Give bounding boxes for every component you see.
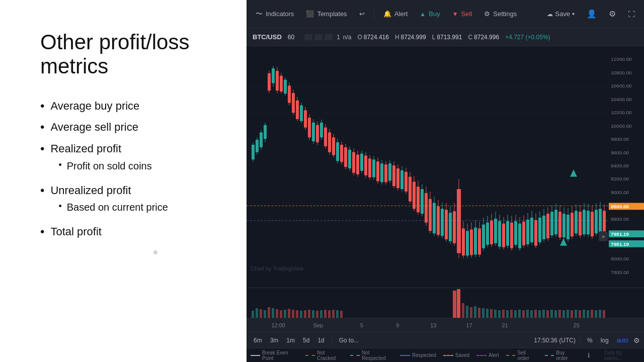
undo-button[interactable]: ↩ bbox=[354, 7, 370, 21]
svg-rect-282 bbox=[599, 310, 601, 318]
save-icon: ☁ bbox=[547, 11, 553, 18]
svg-rect-246 bbox=[453, 291, 456, 318]
timeframe-1d[interactable]: 1d bbox=[314, 336, 327, 345]
sell-button[interactable]: ▼ Sell bbox=[447, 7, 477, 21]
svg-rect-235 bbox=[300, 311, 302, 318]
expand-button[interactable]: » bbox=[599, 231, 608, 241]
alert-button[interactable]: 🔔 Alert bbox=[378, 7, 413, 21]
page-title: Other profit/lossmetrics bbox=[40, 30, 221, 79]
alert-icon: 🔔 bbox=[383, 10, 391, 18]
save-button[interactable]: ☁ Save ▾ bbox=[542, 7, 580, 21]
fullscreen-button[interactable]: ⛶ bbox=[623, 7, 640, 21]
svg-rect-232 bbox=[288, 309, 290, 318]
info-icon[interactable]: ℹ bbox=[588, 352, 590, 359]
gear-button[interactable]: ⚙ bbox=[604, 6, 621, 22]
svg-rect-244 bbox=[336, 310, 339, 318]
svg-rect-228 bbox=[272, 308, 274, 318]
candle-ctrl-3[interactable] bbox=[325, 34, 333, 40]
list-item-avg-sell: Average sell price bbox=[40, 120, 221, 135]
legend-label-6: Alert bbox=[489, 352, 499, 358]
timeframe-5d[interactable]: 5d bbox=[300, 336, 312, 345]
auto-button[interactable]: auto bbox=[614, 336, 631, 345]
svg-rect-237 bbox=[308, 310, 310, 318]
svg-rect-269 bbox=[546, 310, 549, 318]
symbol-name[interactable]: BTC/USD bbox=[253, 33, 282, 41]
legend-label-8: Buy order bbox=[556, 350, 577, 361]
price-change: +4.727 (+0.05%) bbox=[505, 34, 550, 41]
legend-dash-8 bbox=[545, 355, 554, 356]
bullet-list: Average buy price Average sell price Rea… bbox=[40, 99, 221, 247]
svg-rect-262 bbox=[518, 310, 521, 318]
svg-text:10000.00: 10000.00 bbox=[611, 123, 632, 129]
right-panel: 〜 Indicators ⬛ Templates ↩ 🔔 Alert ▲ Buy… bbox=[247, 0, 644, 362]
alert-label: Alert bbox=[394, 10, 408, 18]
timeframe-3m[interactable]: 3m bbox=[267, 336, 282, 345]
svg-rect-270 bbox=[550, 310, 553, 318]
open-price: O 8724.416 bbox=[358, 34, 389, 41]
svg-rect-257 bbox=[498, 310, 501, 318]
sub-list-label: Profit on sold coins bbox=[67, 159, 152, 172]
goto-button[interactable]: Go to... bbox=[336, 336, 362, 345]
svg-rect-252 bbox=[478, 308, 480, 318]
templates-icon: ⬛ bbox=[306, 10, 314, 18]
timeframe-6m[interactable]: 6m bbox=[251, 336, 265, 345]
svg-rect-236 bbox=[304, 310, 306, 318]
timeframe-1m[interactable]: 1m bbox=[283, 336, 298, 345]
pct-button[interactable]: % bbox=[584, 336, 596, 345]
legend-bar: Break Even Point Not Cracked Not Respect… bbox=[247, 348, 644, 362]
account-button[interactable]: 👤 bbox=[582, 6, 602, 22]
svg-rect-0 bbox=[247, 46, 644, 288]
account-icon: 👤 bbox=[587, 9, 597, 19]
legend-dash-6 bbox=[476, 355, 487, 356]
svg-rect-223 bbox=[252, 311, 254, 318]
bottom-separator bbox=[332, 336, 332, 344]
svg-text:9400.00: 9400.00 bbox=[611, 163, 629, 168]
time-label-21: 21 bbox=[502, 322, 508, 328]
candle-ctrl-1[interactable] bbox=[304, 34, 312, 40]
close-value: 8724.996 bbox=[474, 34, 499, 41]
svg-rect-240 bbox=[320, 310, 323, 318]
list-item-avg-buy: Average buy price bbox=[40, 99, 221, 114]
symbol-interval: 60 bbox=[288, 34, 294, 41]
svg-rect-267 bbox=[538, 310, 541, 318]
legend-dash-5 bbox=[443, 355, 453, 356]
log-button[interactable]: log bbox=[598, 336, 612, 345]
candle-controls: 1 n/a bbox=[304, 34, 351, 41]
svg-rect-233 bbox=[292, 310, 294, 318]
sell-label: Sell bbox=[461, 10, 472, 18]
svg-rect-276 bbox=[575, 310, 577, 318]
svg-rect-227 bbox=[268, 307, 270, 318]
svg-rect-265 bbox=[530, 310, 533, 318]
high-label: H bbox=[395, 34, 399, 41]
legend-dash-7 bbox=[506, 355, 516, 356]
svg-rect-234 bbox=[296, 310, 298, 318]
legend-dash-1 bbox=[251, 355, 260, 356]
sub-list-item-current-price: Based on current price bbox=[58, 201, 168, 214]
svg-rect-275 bbox=[571, 310, 573, 318]
list-item-total-profit: Total profit bbox=[40, 225, 221, 239]
chart-area[interactable]: 11000.00 10800.00 10600.00 10400.00 1020… bbox=[247, 46, 644, 288]
open-value: 8724.416 bbox=[364, 34, 389, 41]
buy-label: Buy bbox=[429, 10, 440, 18]
settings-gear[interactable]: ⚙ bbox=[633, 336, 640, 344]
svg-rect-230 bbox=[280, 310, 282, 318]
indicators-button[interactable]: 〜 Indicators bbox=[251, 7, 299, 22]
legend-not-cracked: Not Cracked bbox=[305, 350, 343, 361]
settings-button[interactable]: ⚙ Settings bbox=[479, 7, 522, 21]
svg-rect-277 bbox=[579, 310, 581, 318]
close-label: C bbox=[468, 34, 472, 41]
svg-rect-251 bbox=[474, 306, 476, 318]
svg-text:10800.00: 10800.00 bbox=[611, 70, 632, 75]
save-label: Save bbox=[555, 10, 570, 18]
svg-text:11000.00: 11000.00 bbox=[611, 56, 632, 62]
candle-ctrl-2[interactable] bbox=[314, 34, 323, 40]
cursor bbox=[153, 250, 157, 254]
svg-rect-226 bbox=[264, 310, 266, 318]
legend-dash-3 bbox=[350, 355, 360, 356]
left-panel: Other profit/lossmetrics Average buy pri… bbox=[0, 0, 247, 362]
change-pct: (+0.05%) bbox=[526, 34, 550, 41]
legend-label-5: Saved bbox=[455, 352, 469, 358]
svg-rect-258 bbox=[502, 310, 505, 318]
buy-button[interactable]: ▲ Buy bbox=[415, 7, 445, 21]
templates-button[interactable]: ⬛ Templates bbox=[301, 7, 352, 21]
